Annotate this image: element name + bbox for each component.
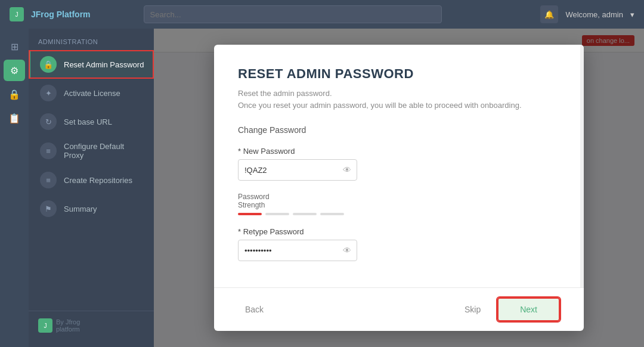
new-password-input[interactable] (238, 159, 357, 181)
retype-password-input-wrapper: 👁 (238, 240, 357, 261)
modal: RESET ADMIN PASSWORD Reset the admin pas… (214, 45, 584, 331)
icon-rail: ⊞ ⚙ 🔒 📋 (0, 29, 29, 347)
sidebar-label-configure-proxy: Configure Default Proxy (64, 142, 144, 160)
search-input[interactable] (144, 5, 442, 23)
sidebar-item-create-repos[interactable]: ≡ Create Repositories (29, 166, 154, 194)
strength-label: Password Strength (238, 193, 556, 209)
app-logo-text: JFrog Platform (31, 10, 91, 19)
modal-title: RESET ADMIN PASSWORD (238, 66, 556, 82)
sidebar-item-reset-password[interactable]: 🔒 Reset Admin Password (29, 50, 154, 79)
modal-description: Reset the admin password. Once you reset… (238, 88, 556, 111)
strength-bar-2 (265, 213, 289, 215)
sidebar-bottom: J By Jfrog platform (29, 311, 154, 340)
new-password-eye-icon[interactable]: 👁 (343, 165, 351, 175)
notifications-icon[interactable]: 🔔 (540, 5, 558, 23)
sidebar-bottom-logo: J By Jfrog platform (38, 318, 144, 333)
sidebar-label-summary: Summary (64, 205, 97, 213)
sidebar-item-summary[interactable]: ⚑ Summary (29, 194, 154, 223)
next-button[interactable]: Next (497, 298, 560, 321)
sidebar-section-title: Administration (29, 36, 154, 50)
main-layout: ⊞ ⚙ 🔒 📋 Administration 🔒 Reset Admin Pas… (0, 29, 644, 347)
skip-button[interactable]: Skip (457, 300, 488, 319)
footer-right: Skip Next (457, 298, 560, 321)
sidebar-label-activate-license: Activate License (64, 89, 120, 98)
back-button[interactable]: Back (238, 300, 271, 319)
sidebar-label-reset-password: Reset Admin Password (64, 60, 144, 69)
sidebar-icon-activate-license: ✦ (40, 85, 57, 101)
top-navbar: J JFrog Platform 🔔 Welcome, admin ▾ (0, 0, 644, 29)
bottom-version: By Jfrog platform (56, 318, 80, 333)
sidebar-item-activate-license[interactable]: ✦ Activate License (29, 79, 154, 107)
sidebar-icon-reset-password: 🔒 (40, 56, 57, 73)
rail-apps-icon[interactable]: ⊞ (4, 36, 25, 57)
sidebar: Administration 🔒 Reset Admin Password ✦ … (29, 29, 154, 347)
sidebar-icon-set-base-url: ↻ (40, 113, 57, 130)
modal-desc-line2: Once you reset your admin password, you … (238, 100, 556, 111)
modal-body: RESET ADMIN PASSWORD Reset the admin pas… (214, 45, 580, 287)
rail-licenses-icon[interactable]: 📋 (4, 107, 25, 129)
modal-scroll-container: RESET ADMIN PASSWORD Reset the admin pas… (214, 45, 584, 287)
retype-password-input[interactable] (238, 240, 357, 261)
sidebar-icon-configure-proxy: ≡ (40, 142, 57, 159)
sidebar-label-set-base-url: Set base URL (64, 117, 112, 126)
welcome-text: Welcome, admin (565, 10, 623, 19)
sidebar-icon-summary: ⚑ (40, 200, 57, 217)
sidebar-icon-create-repos: ≡ (40, 172, 57, 188)
bottom-logo-icon: J (38, 318, 52, 333)
new-password-label: * New Password (238, 147, 556, 156)
strength-bars (238, 213, 556, 215)
main-content: on change lo... RESET ADMIN PASSWORD Res… (154, 29, 644, 347)
sidebar-label-create-repos: Create Repositories (64, 176, 132, 185)
password-strength: Password Strength (238, 193, 556, 215)
rail-security-icon[interactable]: 🔒 (4, 83, 25, 105)
sidebar-item-configure-proxy[interactable]: ≡ Configure Default Proxy (29, 136, 154, 166)
rail-settings-icon[interactable]: ⚙ (4, 60, 25, 81)
sidebar-item-set-base-url[interactable]: ↻ Set base URL (29, 107, 154, 136)
strength-bar-4 (320, 213, 344, 215)
modal-desc-line1: Reset the admin password. (238, 88, 556, 100)
new-password-group: * New Password 👁 (238, 147, 556, 181)
retype-password-label: * Retype Password (238, 227, 556, 236)
user-dropdown-icon[interactable]: ▾ (630, 10, 634, 19)
strength-bar-1 (238, 213, 262, 215)
search-area (144, 5, 442, 23)
modal-footer: Back Skip Next (214, 287, 584, 331)
strength-bar-3 (293, 213, 317, 215)
new-password-input-wrapper: 👁 (238, 159, 357, 181)
app-chrome: J JFrog Platform 🔔 Welcome, admin ▾ ⊞ ⚙ … (0, 0, 644, 347)
retype-password-eye-icon[interactable]: 👁 (343, 246, 351, 255)
modal-overlay: RESET ADMIN PASSWORD Reset the admin pas… (154, 29, 644, 347)
navbar-right: 🔔 Welcome, admin ▾ (540, 5, 634, 23)
app-logo-icon: J (10, 7, 24, 21)
retype-password-group: * Retype Password 👁 (238, 227, 556, 261)
modal-section-title: Change Password (238, 125, 556, 135)
modal-scrollbar[interactable] (580, 45, 584, 287)
